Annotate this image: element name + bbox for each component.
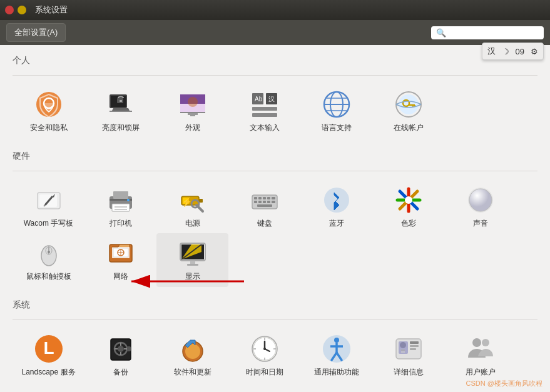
im-numpad[interactable]: 09 bbox=[516, 47, 524, 56]
appearance-label: 外观 bbox=[185, 123, 200, 133]
mouse-icon bbox=[34, 238, 64, 268]
im-crescent[interactable]: ☽ bbox=[502, 47, 509, 56]
section-personal-title: 个人 bbox=[13, 55, 537, 66]
icon-language[interactable]: 语言支持 bbox=[300, 84, 372, 138]
icon-security[interactable]: 安全和隐私 bbox=[13, 84, 84, 138]
icon-accessibility[interactable]: 通用辅助功能 bbox=[300, 329, 372, 383]
window-title: 系统设置 bbox=[35, 4, 68, 16]
datetime-icon bbox=[250, 334, 280, 364]
svg-rect-61 bbox=[272, 201, 275, 203]
details-label: 详细信息 bbox=[394, 368, 424, 378]
svg-point-127 bbox=[472, 338, 481, 347]
svg-point-68 bbox=[405, 196, 412, 204]
svg-text:L: L bbox=[43, 338, 54, 358]
svg-rect-41 bbox=[115, 206, 127, 208]
icon-online[interactable]: 在线帐户 bbox=[372, 84, 444, 138]
wacom-icon bbox=[34, 185, 64, 215]
svg-point-128 bbox=[482, 339, 489, 346]
svg-rect-122 bbox=[410, 345, 419, 347]
icon-sound[interactable]: 声音 bbox=[444, 180, 516, 234]
svg-rect-7 bbox=[120, 100, 122, 102]
svg-rect-53 bbox=[258, 197, 262, 199]
svg-rect-52 bbox=[254, 197, 257, 199]
svg-text:Ab: Ab bbox=[255, 96, 263, 103]
branding: CSDN @楼头画角风吹程 bbox=[466, 379, 542, 388]
security-label: 安全和隐私 bbox=[30, 123, 68, 133]
language-icon bbox=[322, 89, 352, 119]
icon-datetime[interactable]: 时间和日期 bbox=[228, 329, 300, 383]
icon-landscape[interactable]: L Landscape 服务 bbox=[13, 329, 84, 383]
svg-rect-88 bbox=[187, 264, 198, 266]
power-icon: ⚡ bbox=[178, 185, 208, 215]
security-icon bbox=[34, 89, 64, 119]
im-settings[interactable]: ⚙ bbox=[531, 47, 538, 56]
search-input[interactable] bbox=[449, 28, 531, 38]
section-hardware: 硬件 Wacom 手写板 bbox=[13, 151, 537, 287]
icon-backup[interactable]: 备份 bbox=[84, 329, 156, 383]
icon-mouse[interactable]: 鼠标和触摸板 bbox=[13, 233, 84, 287]
mouse-label: 鼠标和触摸板 bbox=[26, 272, 71, 282]
appearance-icon bbox=[178, 89, 208, 119]
landscape-icon: L bbox=[34, 334, 64, 364]
textinput-label: 文本输入 bbox=[250, 123, 280, 133]
close-button[interactable] bbox=[5, 6, 14, 14]
input-method-bar: 汉 ☽ 09 ⚙ bbox=[482, 43, 544, 60]
icon-display[interactable]: 显示 bbox=[156, 233, 228, 287]
svg-rect-58 bbox=[258, 201, 262, 203]
icon-users[interactable]: 用户账户 bbox=[444, 329, 516, 383]
svg-rect-39 bbox=[113, 191, 128, 199]
svg-point-114 bbox=[334, 338, 339, 343]
svg-rect-5 bbox=[109, 111, 132, 112]
section-system-title: 系统 bbox=[13, 299, 537, 311]
network-icon bbox=[106, 238, 136, 268]
accessibility-icon bbox=[322, 334, 352, 364]
all-settings-button[interactable]: 全部设置(A) bbox=[6, 23, 66, 42]
content-area: 个人 安全和隐私 bbox=[0, 45, 550, 392]
icon-software-update[interactable]: 软件和更新 bbox=[156, 329, 228, 383]
hardware-icons-grid: Wacom 手写板 bbox=[13, 180, 537, 287]
icon-wacom[interactable]: Wacom 手写板 bbox=[13, 180, 84, 234]
svg-point-95 bbox=[118, 346, 124, 352]
icon-appearance[interactable]: 外观 bbox=[156, 84, 228, 138]
title-bar: 系统设置 bbox=[0, 0, 550, 20]
landscape-label: Landscape 服务 bbox=[21, 368, 75, 378]
icon-power[interactable]: ⚡ 电源 bbox=[156, 180, 228, 234]
svg-point-11 bbox=[188, 97, 198, 107]
toolbar: 全部设置(A) 🔍 bbox=[0, 20, 550, 45]
icon-details[interactable]: 详细信息 bbox=[372, 329, 444, 383]
accessibility-label: 通用辅助功能 bbox=[314, 368, 359, 378]
backup-label: 备份 bbox=[113, 368, 128, 378]
icon-color[interactable]: 色彩 bbox=[372, 180, 444, 234]
divider-system bbox=[13, 319, 537, 320]
details-icon bbox=[394, 334, 424, 364]
backup-icon bbox=[106, 334, 136, 364]
display-icon bbox=[178, 238, 208, 268]
svg-point-108 bbox=[263, 348, 266, 350]
software-update-icon bbox=[178, 334, 208, 364]
icon-textinput[interactable]: Ab 汉 文本输入 bbox=[228, 84, 300, 138]
im-chinese[interactable]: 汉 bbox=[487, 46, 496, 57]
brightness-icon bbox=[106, 89, 136, 119]
wacom-label: Wacom 手写板 bbox=[24, 219, 74, 229]
online-icon bbox=[394, 89, 424, 119]
language-label: 语言支持 bbox=[322, 123, 352, 133]
search-icon: 🔍 bbox=[436, 28, 446, 38]
minimize-button[interactable] bbox=[18, 6, 26, 14]
online-label: 在线帐户 bbox=[394, 123, 424, 133]
keyboard-label: 键盘 bbox=[257, 219, 272, 229]
svg-text:⚡: ⚡ bbox=[181, 197, 192, 208]
icon-keyboard[interactable]: 键盘 bbox=[228, 180, 300, 234]
bluetooth-label: 蓝牙 bbox=[329, 219, 344, 229]
icon-bluetooth[interactable]: 蓝牙 bbox=[300, 180, 372, 234]
network-label: 网络 bbox=[113, 272, 128, 282]
svg-rect-14 bbox=[190, 115, 195, 116]
window-controls bbox=[5, 6, 26, 14]
icon-printer[interactable]: 打印机 bbox=[84, 180, 156, 234]
icon-network[interactable]: 网络 bbox=[84, 233, 156, 287]
datetime-label: 时间和日期 bbox=[246, 368, 283, 378]
svg-point-44 bbox=[127, 199, 130, 201]
icon-brightness[interactable]: 亮度和锁屏 bbox=[84, 84, 156, 138]
svg-point-124 bbox=[400, 342, 406, 348]
svg-rect-100 bbox=[127, 346, 131, 351]
printer-label: 打印机 bbox=[109, 219, 132, 229]
